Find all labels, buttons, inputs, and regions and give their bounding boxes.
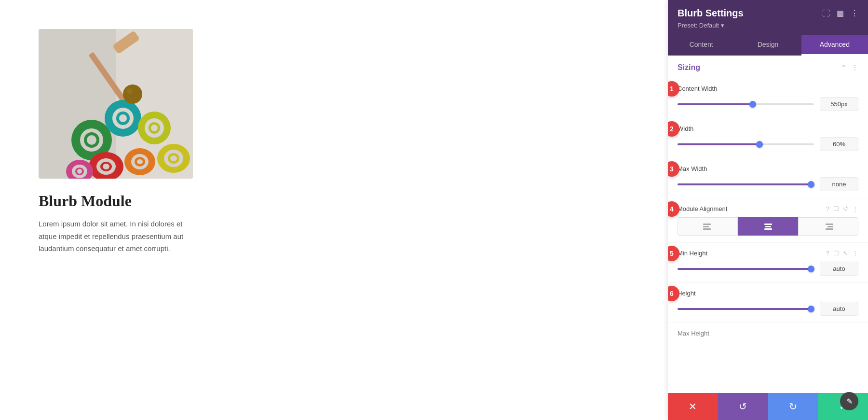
panel-tabs: Content Design Advanced	[668, 35, 868, 56]
section-menu-icon[interactable]: ⋮	[852, 64, 858, 71]
min-height-input[interactable]	[820, 262, 858, 276]
width-slider[interactable]	[678, 143, 814, 145]
minheight-help-icon[interactable]: ?	[826, 250, 829, 257]
width-input[interactable]	[820, 137, 858, 151]
blurb-text: Lorem ipsum dolor sit amet. In nisi dolo…	[39, 218, 193, 255]
svg-rect-39	[764, 228, 772, 230]
minheight-device-icon[interactable]: ☐	[833, 250, 839, 257]
svg-point-16	[123, 84, 142, 104]
blurb-title: Blurb Module	[39, 192, 132, 210]
content-width-label: Content Width	[678, 85, 717, 92]
refresh-button[interactable]: ↻	[768, 393, 818, 420]
max-width-row: Max Width	[668, 158, 868, 198]
main-content: Blurb Module Lorem ipsum dolor sit amet.…	[0, 0, 668, 420]
max-height-label: Max Height	[678, 330, 709, 337]
align-help-icon[interactable]: ?	[826, 205, 829, 212]
alignment-buttons	[678, 217, 858, 236]
floating-edit-button[interactable]: ✎	[840, 392, 858, 410]
height-slider[interactable]	[678, 308, 814, 310]
tab-design[interactable]: Design	[734, 35, 801, 56]
content-width-input[interactable]	[820, 97, 858, 111]
expand-icon[interactable]: ⛶	[822, 9, 830, 18]
panel-footer: ✕ ↺ ↻ ✓	[668, 393, 868, 420]
align-menu-icon[interactable]: ⋮	[852, 205, 858, 212]
content-width-row: Content Width	[668, 78, 868, 118]
align-left-btn[interactable]	[678, 217, 738, 236]
content-width-slider[interactable]	[678, 103, 814, 105]
svg-rect-37	[764, 224, 772, 225]
module-alignment-row: Module Alignment ? ☐ ↺ ⋮	[668, 198, 868, 243]
align-device-icon[interactable]: ☐	[833, 205, 839, 212]
tab-content[interactable]: Content	[668, 35, 734, 56]
blurb-image	[39, 29, 193, 179]
svg-point-29	[170, 155, 177, 161]
height-row: Height	[668, 283, 868, 323]
svg-point-11	[119, 114, 127, 122]
width-label: Width	[678, 125, 693, 132]
align-right-btn[interactable]	[798, 217, 858, 236]
panel-header: Blurb Settings ⛶ ▦ ⋮ Preset: Default ▾	[668, 0, 868, 35]
svg-point-17	[127, 88, 133, 94]
collapse-icon[interactable]: ⌃	[841, 64, 847, 71]
align-reset-icon[interactable]: ↺	[843, 205, 848, 212]
svg-rect-36	[703, 228, 711, 230]
max-width-label: Max Width	[678, 165, 707, 172]
settings-panel: Blurb Settings ⛶ ▦ ⋮ Preset: Default ▾ C…	[668, 0, 868, 420]
cancel-button[interactable]: ✕	[668, 393, 718, 420]
panel-header-icons: ⛶ ▦ ⋮	[822, 9, 858, 18]
layout-icon[interactable]: ▦	[837, 9, 844, 18]
section-title: Sizing	[678, 63, 700, 72]
reset-button[interactable]: ↺	[718, 393, 768, 420]
sizing-section: Sizing ⌃ ⋮ 1 Content Width	[668, 56, 868, 344]
svg-point-25	[137, 159, 143, 164]
height-label: Height	[678, 290, 696, 297]
align-center-btn[interactable]	[738, 217, 798, 236]
svg-rect-40	[826, 224, 833, 225]
minheight-cursor-icon[interactable]: ↖	[843, 250, 848, 257]
tab-advanced[interactable]: Advanced	[801, 35, 868, 56]
minheight-menu-icon[interactable]: ⋮	[852, 250, 858, 257]
svg-point-15	[151, 125, 158, 131]
svg-rect-42	[826, 228, 833, 230]
module-alignment-label: Module Alignment	[678, 205, 727, 212]
svg-rect-41	[827, 226, 833, 227]
min-height-label: Min Height	[678, 250, 707, 257]
section-header: Sizing ⌃ ⋮	[668, 56, 868, 78]
min-height-row: Min Height ? ☐ ↖ ⋮	[668, 243, 868, 283]
min-height-slider[interactable]	[678, 268, 814, 270]
svg-rect-34	[703, 224, 711, 225]
panel-body: Sizing ⌃ ⋮ 1 Content Width	[668, 56, 868, 393]
height-input[interactable]	[820, 302, 858, 316]
max-width-input[interactable]	[820, 177, 858, 191]
svg-rect-35	[703, 226, 709, 227]
preset-line[interactable]: Preset: Default ▾	[678, 22, 858, 29]
section-header-controls: ⌃ ⋮	[841, 64, 858, 71]
max-width-slider[interactable]	[678, 183, 814, 185]
svg-point-7	[87, 135, 96, 145]
svg-rect-38	[765, 226, 771, 227]
svg-point-33	[77, 169, 82, 174]
max-height-row: Max Height	[668, 323, 868, 344]
width-row: Width	[668, 118, 868, 158]
svg-point-21	[103, 164, 109, 169]
menu-dots-icon[interactable]: ⋮	[851, 9, 858, 18]
panel-title: Blurb Settings	[678, 8, 744, 19]
